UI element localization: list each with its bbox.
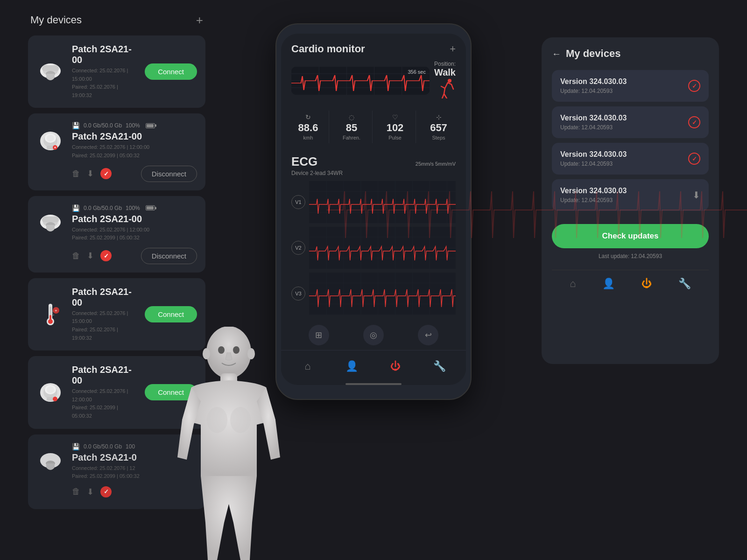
device-storage-row-6: 💾 0.0 Gb/50.0 Gb 100 (72, 443, 197, 450)
download-icon-6[interactable]: ⬇ (87, 487, 94, 497)
device-thumb-2 (35, 126, 65, 156)
device-card-5: Patch 2SA21-00 Connected: 25.02.2076 | 1… (28, 356, 205, 428)
svg-rect-76 (220, 373, 237, 387)
device-info-6: 💾 0.0 Gb/50.0 Gb 100 Patch 2SA21-0 Conne… (72, 443, 197, 481)
add-device-button[interactable]: + (196, 14, 203, 26)
device-info-2: 💾 0.0 Gb/50.0 Gb 100% Patch 2SA21-00 Con… (72, 122, 197, 160)
speed-icon: ↻ (289, 113, 327, 121)
stat-pulse: ♡ 102 Pulse (374, 111, 416, 143)
phone-header: Cardio monitor + (281, 34, 466, 61)
stat-temp-value: 85 (333, 122, 370, 134)
storage-icon-2: 💾 (72, 122, 80, 129)
device-actions-6: 🗑 ⬇ (35, 486, 197, 497)
svg-point-75 (206, 327, 251, 378)
version-card-3: Version 324.030.03 Update: 12.04.20593 ✓ (552, 143, 709, 175)
connect-btn-1[interactable]: Connect (145, 63, 197, 80)
version-name-1: Version 324.030.03 (560, 77, 627, 86)
device-name-1: Patch 2SA21-00 (72, 44, 138, 65)
svg-point-82 (247, 348, 255, 359)
rp-nav-home[interactable]: ⌂ (570, 278, 576, 290)
right-panel-title: My devices (566, 48, 620, 60)
device-dates-3: Connected: 25.02.2076 | 12:00:00 Paired:… (72, 226, 197, 242)
download-icon-2[interactable]: ⬇ (87, 168, 94, 179)
phone-add-icon[interactable]: + (450, 43, 456, 55)
device-dates-4: Connected: 25.02.2076 | 15:00:00 Paired:… (72, 309, 138, 342)
delete-icon-6[interactable]: 🗑 (72, 487, 80, 497)
ecg-lead-v2: V2 (291, 241, 305, 255)
connect-btn-4[interactable]: Connect (145, 306, 197, 322)
version-date-4: Update: 12.04.20593 (560, 197, 627, 203)
position-info: Position: Walk (434, 61, 456, 100)
position-label: Position: (434, 61, 456, 67)
version-card-1: Version 324.030.03 Update: 12.04.20593 ✓ (552, 70, 709, 102)
device-info-1: Patch 2SA21-00 Connected: 25.02.2076 | 1… (72, 44, 138, 99)
svg-point-40 (448, 79, 451, 83)
ecg-lead-v1: V1 (291, 195, 305, 209)
rp-nav-power[interactable]: ⏻ (641, 278, 652, 290)
right-panel-nav: ⌂ 👤 ⏻ 🔧 (552, 270, 709, 292)
device-dates-6: Connected: 25.02.2076 | 12 Paired: 25.02… (72, 464, 197, 481)
cardio-area: 356 sec (281, 61, 466, 107)
version-info-1: Version 324.030.03 Update: 12.04.20593 (560, 77, 627, 94)
disconnect-btn-3[interactable]: Disconnect (141, 248, 197, 264)
nav-underline (345, 383, 402, 385)
device-name-5: Patch 2SA21-00 (72, 364, 138, 386)
back-arrow-icon[interactable]: ← (552, 49, 561, 59)
phone-nav-settings[interactable]: 🔧 (430, 357, 449, 376)
status-icon-6[interactable] (100, 486, 112, 497)
rp-nav-user[interactable]: 👤 (602, 278, 615, 290)
svg-point-29 (53, 397, 57, 401)
download-icon-3[interactable]: ⬇ (87, 251, 94, 261)
connect-btn-5[interactable]: Connect (145, 384, 197, 400)
stats-row: ↻ 88.6 kmh ◌ 85 Fahren. ♡ 102 Pulse ⊹ 65… (281, 107, 466, 150)
version-download-icon-4[interactable]: ⬇ (692, 189, 700, 201)
target-action-icon[interactable]: ◎ (363, 325, 384, 345)
device-card-2: 💾 0.0 Gb/50.0 Gb 100% Patch 2SA21-00 Con… (28, 113, 205, 190)
grid-action-icon[interactable]: ⊞ (309, 325, 329, 345)
ecg-wave-v1 (309, 181, 456, 223)
left-panel: My devices + Patch 2SA21-00 Connected: 2… (28, 9, 205, 551)
rp-nav-settings[interactable]: 🔧 (678, 278, 691, 290)
device-dates-1: Connected: 25.02.2076 | 15:00:00 Paired:… (72, 67, 138, 99)
phone-nav-user[interactable]: 👤 (342, 357, 361, 376)
version-info-4: Version 324.030.03 Update: 12.04.20593 (560, 187, 627, 203)
share-action-icon[interactable]: ↩ (418, 325, 438, 345)
device-name-2: Patch 2SA21-00 (72, 131, 197, 142)
disconnect-btn-2[interactable]: Disconnect (141, 166, 197, 182)
device-actions-3: 🗑 ⬇ Disconnect (35, 248, 197, 264)
phone-container: Cardio monitor + 356 sec (275, 23, 472, 400)
device-thumb-1 (35, 56, 65, 87)
svg-point-80 (233, 346, 240, 354)
svg-point-78 (230, 407, 251, 433)
phone-title: Cardio monitor (291, 43, 365, 55)
ecg-section: ECG 25mm/s 5mm/mV Device 2-lead 34WR V1 (281, 150, 466, 315)
delete-icon-3[interactable]: 🗑 (72, 251, 80, 261)
status-icon-2[interactable] (100, 168, 112, 179)
phone-frame: Cardio monitor + 356 sec (275, 23, 472, 400)
version-name-3: Version 324.030.03 (560, 150, 627, 159)
stat-speed-unit: kmh (289, 135, 327, 140)
stat-pulse-unit: Pulse (376, 135, 414, 140)
phone-nav-home[interactable]: ⌂ (298, 357, 317, 376)
svg-point-79 (218, 346, 225, 354)
battery-icon-3 (146, 205, 155, 210)
version-date-1: Update: 12.04.20593 (560, 88, 627, 94)
version-check-icon-2: ✓ (688, 116, 700, 128)
stat-steps-unit: Steps (420, 135, 458, 140)
device-storage-row-2: 💾 0.0 Gb/50.0 Gb 100% (72, 122, 197, 129)
ecg-mini-chart: 356 sec (291, 67, 430, 95)
device-card-6: 💾 0.0 Gb/50.0 Gb 100 Patch 2SA21-0 Conne… (28, 434, 205, 509)
ecg-title-row: ECG 25mm/s 5mm/mV (291, 154, 456, 169)
stat-steps-value: 657 (420, 122, 458, 134)
stat-temp: ◌ 85 Fahren. (331, 111, 373, 143)
version-date-2: Update: 12.04.20593 (560, 124, 627, 131)
version-info-3: Version 324.030.03 Update: 12.04.20593 (560, 150, 627, 167)
phone-screen: Cardio monitor + 356 sec (281, 34, 466, 385)
device-thumb-3 (35, 208, 65, 238)
svg-point-77 (207, 407, 227, 433)
check-updates-button[interactable]: Check updates (552, 224, 709, 248)
delete-icon-2[interactable]: 🗑 (72, 169, 80, 179)
svg-point-6 (47, 135, 54, 141)
phone-nav-power[interactable]: ⏻ (386, 357, 405, 376)
status-icon-3[interactable] (100, 250, 112, 261)
